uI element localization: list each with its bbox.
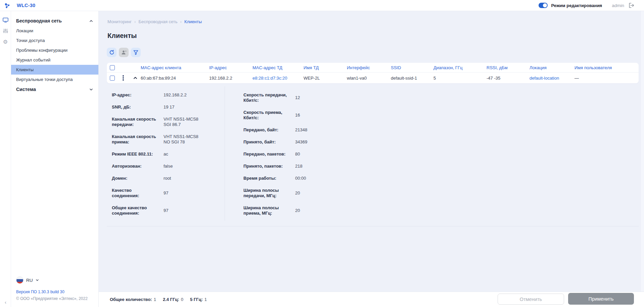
username: admin [612,3,624,8]
cell-interface: wlan1-va0 [347,76,391,81]
clients-table: MAC-адрес клиента IP-адрес MAC-адрес ТД … [107,63,639,83]
footer-bar: Общее количество:1 2.4 ГГц:0 5 ГГц:1 Отм… [99,292,644,307]
cell-rssi: -47 -35 [487,76,530,81]
detail-row: Скорость передачи, Кбит/с:12 [243,92,431,103]
detail-row: Качество соединения:97 [112,188,220,199]
detail-row: Домен:root [112,176,220,181]
detail-row: IP-адрес:192.168.2.2 [112,92,220,98]
breadcrumb-clients[interactable]: Клиенты [184,19,202,24]
breadcrumb: Мониторинг › Беспроводная сеть › Клиенты [107,19,202,24]
language-code: RU [26,278,33,283]
cell-band: 5 [433,76,487,81]
column-header-ap-name[interactable]: Имя ТД [304,65,347,70]
detail-row: Принято, байт:34369 [243,139,431,145]
stat-total: Общее количество:1 [110,297,156,302]
column-header-user-name[interactable]: Имя пользователя [574,65,639,70]
settings-sliders-icon[interactable] [2,28,9,34]
app-brand[interactable]: WLC-30 [0,2,35,9]
collapse-row-chevron-up-icon[interactable] [133,77,137,79]
breadcrumb-separator: › [134,19,136,24]
table-row: 60:ab:67:ba:89:24 192.168.2.2 e8:28:c1:d… [107,73,639,83]
detail-row: Общее качество соединения:97 [112,205,220,216]
sidebar-item-virtual-aps[interactable]: Виртуальные точки доступа [11,75,98,84]
cell-ap-name: WEP-2L [304,76,347,81]
column-header-rssi[interactable]: RSSI, дБм [487,65,530,70]
sidebar-item-clients[interactable]: Клиенты [11,65,98,75]
filter-button[interactable] [131,48,141,57]
client-details-panel: IP-адрес:192.168.2.2 SNR, дБ:19 17 Канал… [107,84,639,226]
details-left-column: IP-адрес:192.168.2.2 SNR, дБ:19 17 Канал… [112,92,220,223]
detail-row: SNR, дБ:19 17 [112,104,220,110]
row-menu-icon[interactable] [123,75,124,81]
sidebar-item-locations[interactable]: Локации [11,26,98,36]
cell-client-mac: 60:ab:67:ba:89:24 [141,76,209,81]
russian-flag-icon [16,276,24,284]
sidebar-section-system[interactable]: Система [11,84,98,94]
section-label: Система [16,87,36,92]
app-logo-icon [4,2,10,9]
apply-button[interactable]: Применить [568,293,634,305]
summary-stats: Общее количество:1 2.4 ГГц:0 5 ГГц:1 [110,292,207,307]
detail-row: Передано, пакетов:80 [243,151,431,157]
top-bar: WLC-30 Режим редактирования admin [0,0,644,11]
detail-row: Канальная скорость приема:VHT NSS1-MCS8 … [112,134,220,145]
table-header-row: MAC-адрес клиента IP-адрес MAC-адрес ТД … [107,63,639,73]
detail-row: Скорость приема, Кбит/с:16 [243,110,431,121]
firmware-version-link[interactable]: Версия ПО 1.30.3 build 30 [16,290,64,294]
icon-rail: ⚙ ‹ [0,11,11,307]
column-header-ap-mac[interactable]: MAC-адрес ТД [252,65,304,70]
sidebar-item-config-problems[interactable]: Проблемы конфигурации [11,45,98,55]
sidebar: Беспроводная сеть Локации Точки доступа … [11,11,99,307]
detail-row: Передано, байт:21348 [243,127,431,133]
gear-icon[interactable]: ⚙ [2,39,9,45]
select-all-checkbox[interactable] [110,65,115,70]
chevron-up-icon [89,20,93,22]
sidebar-item-access-points[interactable]: Точки доступа [11,36,98,45]
breadcrumb-monitoring[interactable]: Мониторинг [107,19,132,24]
collapse-sidebar-icon[interactable]: ‹ [0,299,11,305]
details-bottom-divider [107,226,639,226]
cancel-button[interactable]: Отменить [498,294,564,305]
cell-ip: 192.168.2.2 [209,76,252,81]
scrollbar[interactable] [641,11,644,292]
monitoring-icon[interactable] [2,16,9,23]
toggle-knob [543,3,547,7]
row-checkbox[interactable] [110,76,115,81]
cell-ap-mac-link[interactable]: e8:28:c1:d7:3c:20 [252,76,304,81]
details-right-column: Скорость передачи, Кбит/с:12 Скорость пр… [243,92,431,223]
detail-row: Ширина полосы приема, МГц:20 [243,205,431,216]
edit-mode-label: Режим редактирования [551,3,602,8]
detail-row: Канальная скорость передачи:VHT NSS1-MCS… [112,117,220,127]
person-minus-icon [121,50,127,55]
copyright-text: © ООО «Предприятие «Элтекс», 2022 [16,296,88,301]
column-header-location[interactable]: Локация [530,65,574,70]
details-vertical-divider [225,86,225,221]
cell-location-link[interactable]: default-location [530,76,574,81]
detail-row: Принято, пакетов:218 [243,164,431,169]
detail-row: Время работы:00:00 [243,176,431,181]
refresh-button[interactable] [107,48,117,57]
filter-funnel-icon [133,50,138,55]
column-header-client-mac[interactable]: MAC-адрес клиента [141,65,209,70]
language-selector[interactable]: RU [16,276,39,284]
column-header-interface[interactable]: Интерфейс [347,65,391,70]
detail-row: Режим IEEE 802.11:ac [112,151,220,157]
column-header-ssid[interactable]: SSID [391,65,433,70]
cell-ssid: default-ssid-1 [391,76,433,81]
breadcrumb-wireless[interactable]: Беспроводная сеть [138,19,177,24]
chevron-down-icon [36,279,39,281]
sidebar-section-wireless[interactable]: Беспроводная сеть [11,16,98,26]
stat-2ghz: 2.4 ГГц:0 [163,297,183,302]
refresh-icon [109,50,114,55]
cell-user-name: — [574,76,639,81]
edit-mode-toggle[interactable] [539,3,548,8]
column-header-ip[interactable]: IP-адрес [209,65,252,70]
breadcrumb-separator: › [180,19,182,24]
column-header-band[interactable]: Диапазон, ГГц [433,65,487,70]
main-content: Мониторинг › Беспроводная сеть › Клиенты… [99,11,644,307]
toolbar [107,48,141,57]
logout-icon[interactable] [628,2,635,8]
disconnect-client-button[interactable] [119,48,129,57]
sidebar-item-event-log[interactable]: Журнал событий [11,55,98,65]
app-title: WLC-30 [17,3,35,8]
